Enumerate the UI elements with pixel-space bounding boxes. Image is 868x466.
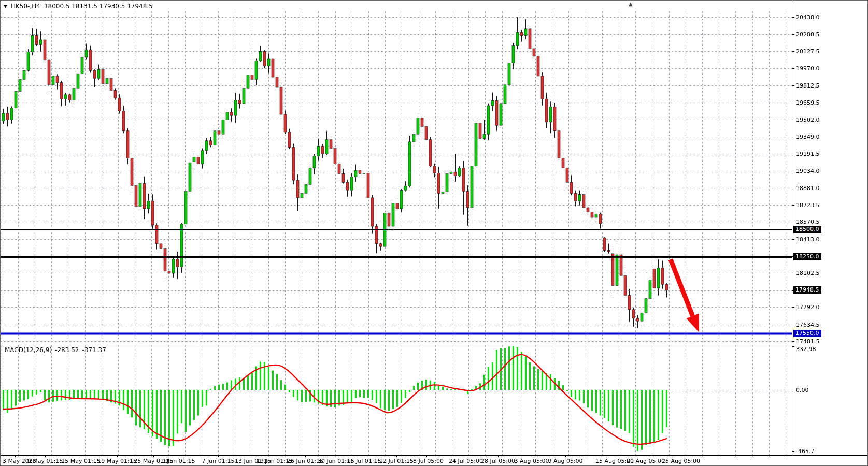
time-axis-label: 25 Aug 05:00 bbox=[662, 458, 700, 464]
time-axis-label: 1 Jun 01:15 bbox=[163, 458, 195, 464]
time-axis-label: 7 Jun 01:15 bbox=[202, 458, 235, 464]
price-axis-label: 18570.5 bbox=[796, 219, 820, 225]
macd-axis-label: 332.98 bbox=[796, 346, 816, 353]
macd-axis-label: 0.00 bbox=[796, 387, 809, 394]
time-axis-label: 19 May 01:15 bbox=[97, 458, 136, 464]
time-axis-label: 21 Aug 05:00 bbox=[627, 458, 665, 464]
symbol-dropdown-icon[interactable]: ▼ bbox=[4, 4, 7, 9]
ohlc-quote-label: 18000.5 18131.5 17930.5 17948.5 bbox=[44, 3, 153, 10]
price-axis-label: 19502.0 bbox=[796, 116, 820, 123]
time-axis-label: 6 Jul 01:15 bbox=[351, 458, 381, 464]
price-axis-label: 17634.5 bbox=[796, 322, 820, 328]
price-chart-canvas[interactable] bbox=[1, 1, 868, 466]
time-axis-label: 30 Jun 01:15 bbox=[318, 458, 354, 464]
price-axis-label: 18413.0 bbox=[796, 236, 820, 243]
price-axis-label: 18881.0 bbox=[796, 185, 820, 192]
time-axis-label: 18 Jul 05:00 bbox=[409, 458, 444, 464]
price-axis-label: 18102.5 bbox=[796, 270, 820, 276]
time-axis-label: 24 Jul 05:00 bbox=[449, 458, 483, 464]
price-axis-label: 17481.5 bbox=[796, 338, 820, 345]
time-axis-label: 9 Aug 05:00 bbox=[548, 458, 582, 464]
price-axis-label: 19034.0 bbox=[796, 168, 820, 174]
time-axis-label: 28 Jul 05:00 bbox=[481, 458, 515, 464]
price-axis-label: 18723.5 bbox=[796, 202, 820, 209]
price-level-label[interactable]: 17948.5 bbox=[793, 286, 821, 294]
macd-axis-label: -465.7 bbox=[796, 448, 814, 455]
time-axis-label: 9 May 01:15 bbox=[27, 458, 63, 464]
macd-indicator-label: MACD(12,26,9) -283.52 -371.37 bbox=[5, 346, 106, 354]
time-axis-label: 15 May 01:15 bbox=[61, 458, 100, 464]
price-axis-label: 19191.5 bbox=[796, 151, 820, 157]
symbol-period-label: HK50-,H4 bbox=[11, 3, 40, 10]
chart-title: ▼ HK50-,H4 18000.5 18131.5 17930.5 17948… bbox=[4, 2, 153, 10]
price-axis-label: 17792.0 bbox=[796, 304, 820, 311]
time-axis-label: 12 Jul 01:15 bbox=[379, 458, 414, 464]
price-level-label[interactable]: 18500.0 bbox=[793, 226, 821, 233]
price-axis-label: 19812.5 bbox=[796, 82, 820, 89]
price-level-label[interactable]: 18250.0 bbox=[793, 253, 821, 260]
price-axis-label: 20127.5 bbox=[796, 48, 820, 55]
time-axis-label: 3 Aug 05:00 bbox=[514, 458, 549, 464]
price-level-label[interactable]: 17550.0 bbox=[793, 330, 821, 337]
price-axis-label: 20438.0 bbox=[796, 14, 820, 21]
chart-shift-marker-icon[interactable]: ▲ bbox=[629, 2, 633, 7]
price-axis-label: 19349.0 bbox=[796, 134, 820, 140]
macd-signal-value: -371.37 bbox=[82, 346, 106, 354]
mt4-chart-window: ▼ HK50-,H4 18000.5 18131.5 17930.5 17948… bbox=[0, 0, 868, 466]
macd-name: MACD(12,26,9) bbox=[5, 346, 52, 354]
macd-main-value: -283.52 bbox=[55, 346, 79, 354]
price-axis-label: 20280.5 bbox=[796, 31, 820, 38]
price-axis-label: 19659.5 bbox=[796, 99, 820, 106]
price-axis-label: 19970.0 bbox=[796, 65, 820, 72]
